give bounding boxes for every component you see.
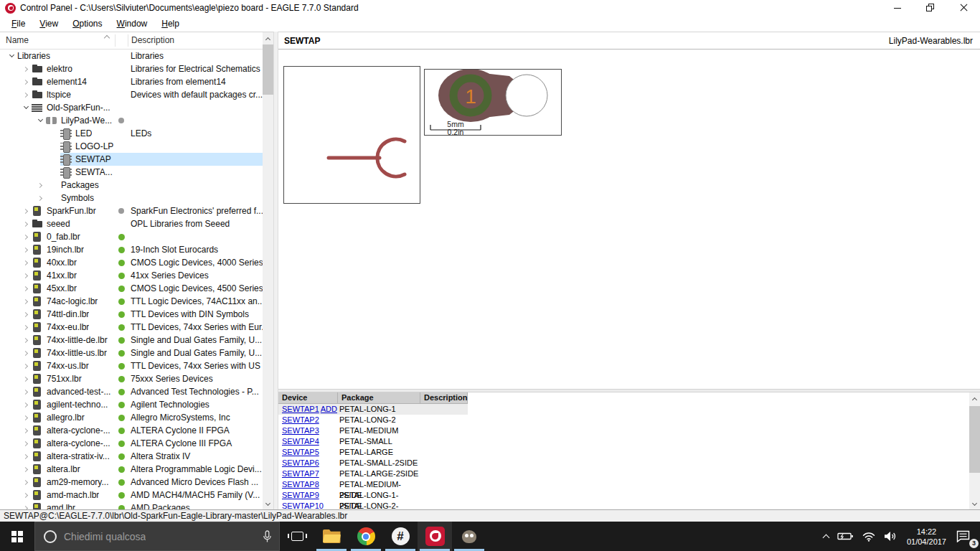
- tree-row[interactable]: 0_fab.lbr: [0, 230, 263, 243]
- taskbar-chrome-button[interactable]: [349, 522, 383, 551]
- device-link[interactable]: SEWTAP5: [282, 448, 319, 456]
- expand-icon[interactable]: [20, 352, 32, 355]
- collapse-icon[interactable]: [34, 120, 46, 121]
- expand-icon[interactable]: [20, 300, 32, 303]
- tree-row[interactable]: LEDLEDs: [0, 127, 263, 140]
- device-link[interactable]: SEWTAP10: [282, 501, 324, 509]
- clock[interactable]: 14:22 01/04/2017: [901, 522, 952, 551]
- tree-row[interactable]: allegro.lbrAllegro MicroSystems, Inc: [0, 411, 263, 424]
- menu-view[interactable]: View: [34, 17, 64, 31]
- add-link[interactable]: ADD: [321, 404, 337, 415]
- expand-icon[interactable]: [20, 429, 32, 433]
- collapse-icon[interactable]: [20, 107, 32, 108]
- microphone-icon[interactable]: [263, 530, 272, 543]
- tree-scrollbar-thumb[interactable]: [263, 44, 273, 95]
- tree-row[interactable]: elektroLibraries for Electrical Schemati…: [0, 62, 263, 75]
- expand-icon[interactable]: [20, 416, 32, 420]
- column-header-name[interactable]: Name: [6, 35, 29, 45]
- expand-icon[interactable]: [20, 313, 32, 316]
- expand-icon[interactable]: [20, 261, 32, 265]
- tree-row[interactable]: altera-stratix-iv...Altera Stratix IV: [0, 450, 263, 463]
- expand-icon[interactable]: [20, 442, 32, 446]
- taskbar-eagle-button[interactable]: [418, 522, 452, 551]
- expand-icon[interactable]: [20, 274, 32, 278]
- scroll-down-icon[interactable]: [263, 498, 273, 510]
- column-header-description[interactable]: Description: [420, 392, 468, 404]
- tree-row[interactable]: SEWTAP: [0, 153, 263, 166]
- tree-scrollbar[interactable]: [263, 32, 273, 510]
- tray-overflow-button[interactable]: [819, 522, 833, 551]
- minimize-button[interactable]: [881, 0, 914, 16]
- column-header-package[interactable]: Package: [338, 392, 420, 404]
- tree-row[interactable]: amd-mach.lbrAMD MACH4/MACH5 Family (V...: [0, 489, 263, 501]
- expand-icon[interactable]: [20, 455, 32, 458]
- expand-icon[interactable]: [20, 364, 32, 368]
- network-status[interactable]: [858, 522, 880, 551]
- tree-row[interactable]: 19inch.lbr19-Inch Slot Eurocards: [0, 243, 263, 256]
- action-center-button[interactable]: 3: [952, 522, 980, 551]
- expand-icon[interactable]: [20, 377, 32, 381]
- tree-row[interactable]: 74xx-us.lbrTTL Devices, 74xx Series with…: [0, 359, 263, 372]
- restore-button[interactable]: [914, 0, 947, 16]
- device-link[interactable]: SEWTAP9: [282, 491, 319, 499]
- tree-row[interactable]: altera-cyclone-...ALTERA Cyclone II FPGA: [0, 424, 263, 437]
- tree-row[interactable]: Packages: [0, 179, 263, 192]
- tree-row[interactable]: amd.lbrAMD Packages: [0, 501, 263, 509]
- tree-row[interactable]: LilyPad-We...: [0, 114, 263, 127]
- expand-icon[interactable]: [20, 248, 32, 252]
- tree-row[interactable]: advanced-test-...Advanced Test Technolog…: [0, 385, 263, 398]
- device-link[interactable]: SEWTAP6: [282, 458, 319, 467]
- device-link[interactable]: SEWTAP2: [282, 415, 319, 424]
- tree-row[interactable]: LibrariesLibraries: [0, 50, 263, 62]
- expand-icon[interactable]: [34, 184, 46, 187]
- tree-row[interactable]: seeedOPL Libraries from Seeed: [0, 217, 263, 230]
- expand-icon[interactable]: [20, 326, 32, 329]
- expand-icon[interactable]: [20, 67, 32, 71]
- column-header-device[interactable]: Device: [278, 392, 338, 404]
- table-scrollbar-thumb[interactable]: [969, 406, 980, 473]
- tree-row[interactable]: am29-memory...Advanced Micro Devices Fla…: [0, 476, 263, 489]
- start-button[interactable]: [0, 522, 34, 551]
- device-link[interactable]: SEWTAP3: [282, 426, 319, 435]
- expand-icon[interactable]: [34, 197, 46, 200]
- taskbar-github-button[interactable]: [383, 522, 418, 551]
- close-button[interactable]: [947, 0, 980, 16]
- scroll-down-icon[interactable]: [969, 498, 980, 510]
- cortana-search-box[interactable]: Chiedimi qualcosa: [34, 522, 280, 551]
- device-link[interactable]: SEWTAP4: [282, 437, 319, 446]
- taskbar-task-view-button[interactable]: [280, 522, 314, 551]
- tree-row[interactable]: 74ttl-din.lbrTTL Devices with DIN Symbol…: [0, 308, 263, 321]
- collapse-icon[interactable]: [6, 55, 17, 57]
- device-link[interactable]: SEWTAP7: [282, 469, 319, 478]
- expand-icon[interactable]: [20, 390, 32, 394]
- expand-icon[interactable]: [20, 235, 32, 239]
- tree-row[interactable]: Old-SparkFun-...: [0, 101, 263, 114]
- tree-row[interactable]: LOGO-LP: [0, 140, 263, 153]
- battery-status[interactable]: [833, 522, 858, 551]
- scroll-up-icon[interactable]: [263, 32, 273, 44]
- tree-row[interactable]: element14Libraries from element14: [0, 75, 263, 88]
- taskbar-gimp-button[interactable]: [452, 522, 486, 551]
- expand-icon[interactable]: [20, 468, 32, 471]
- volume-status[interactable]: [880, 522, 901, 551]
- device-table-scrollbar[interactable]: [969, 392, 980, 510]
- expand-icon[interactable]: [20, 403, 32, 407]
- tree-row[interactable]: 74ac-logic.lbrTTL Logic Devices, 74AC11x…: [0, 295, 263, 308]
- taskbar-explorer-button[interactable]: [314, 522, 349, 551]
- tree-row[interactable]: 74xx-little-us.lbrSingle and Dual Gates …: [0, 347, 263, 359]
- tree-row[interactable]: 41xx.lbr41xx Series Devices: [0, 269, 263, 282]
- tree-row[interactable]: agilent-techno...Agilent Technologies: [0, 398, 263, 411]
- expand-icon[interactable]: [20, 287, 32, 291]
- expand-icon[interactable]: [20, 481, 32, 484]
- tree-row[interactable]: SEWTA...: [0, 166, 263, 179]
- expand-icon[interactable]: [20, 80, 32, 84]
- menu-file[interactable]: File: [6, 17, 31, 31]
- column-header-description[interactable]: Description: [131, 35, 174, 45]
- expand-icon[interactable]: [20, 93, 32, 97]
- tree-row[interactable]: Symbols: [0, 192, 263, 204]
- menu-options[interactable]: Options: [67, 17, 108, 31]
- expand-icon[interactable]: [20, 339, 32, 342]
- tree-row[interactable]: 45xx.lbrCMOS Logic Devices, 4500 Series: [0, 282, 263, 295]
- expand-icon[interactable]: [20, 209, 32, 213]
- tree-row[interactable]: 74xx-eu.lbrTTL Devices, 74xx Series with…: [0, 321, 263, 334]
